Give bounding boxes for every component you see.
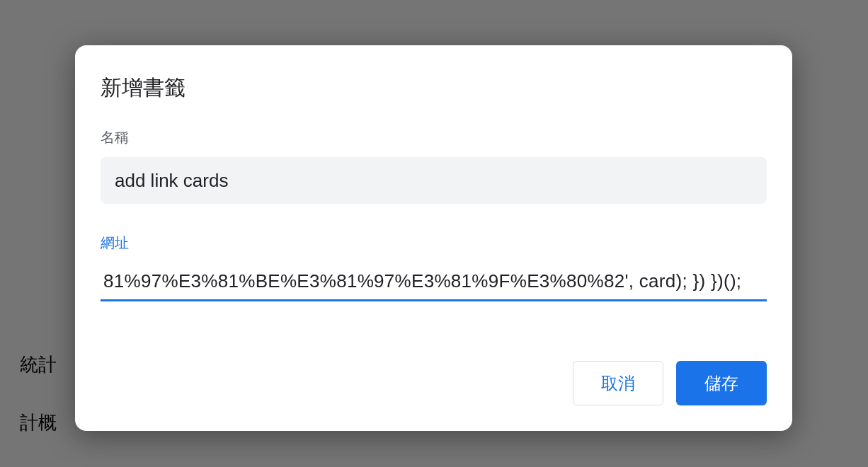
name-label: 名稱 bbox=[101, 128, 767, 147]
url-focus-underline bbox=[101, 299, 767, 301]
url-input-wrapper bbox=[101, 263, 767, 301]
name-input[interactable] bbox=[101, 157, 767, 204]
modal-title: 新增書籤 bbox=[101, 74, 767, 103]
modal-button-row: 取消 儲存 bbox=[573, 361, 767, 405]
url-field-group: 網址 bbox=[101, 233, 767, 301]
cancel-button[interactable]: 取消 bbox=[573, 361, 663, 405]
background-text-stats: 統計 bbox=[20, 352, 57, 377]
url-input[interactable] bbox=[101, 263, 767, 299]
save-button[interactable]: 儲存 bbox=[676, 361, 767, 405]
url-label: 網址 bbox=[101, 233, 767, 253]
add-bookmark-modal: 新增書籤 名稱 網址 取消 儲存 bbox=[75, 45, 792, 431]
background-text-overview: 計概 bbox=[20, 410, 57, 435]
name-field-group: 名稱 bbox=[101, 128, 767, 204]
